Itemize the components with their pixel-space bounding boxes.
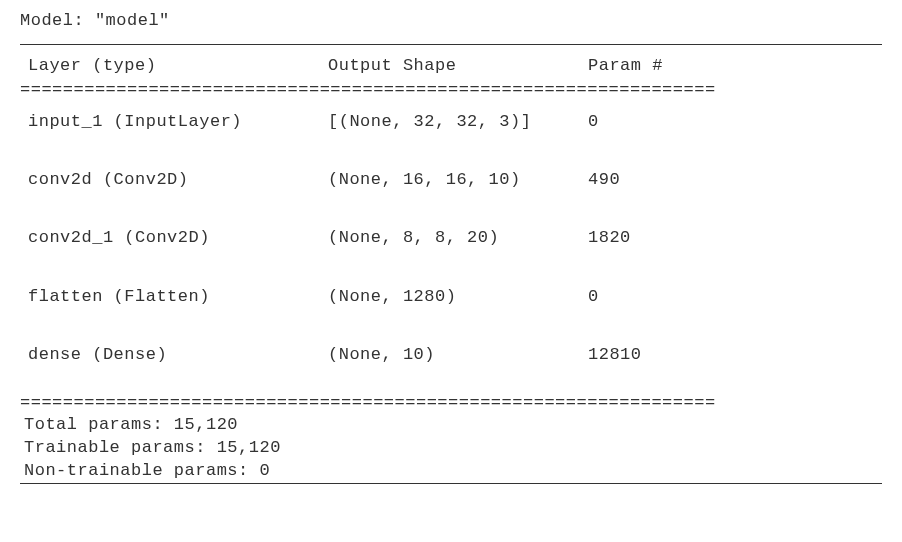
cell-layer: input_1 (InputLayer): [28, 111, 328, 133]
cell-param: 12810: [588, 344, 874, 366]
cell-output-shape: (None, 1280): [328, 286, 588, 308]
header-layer: Layer (type): [28, 55, 328, 77]
separator-double-top: ========================================…: [20, 79, 882, 101]
total-params: Total params: 15,120: [24, 414, 878, 437]
cell-param: 0: [588, 286, 874, 308]
cell-layer: conv2d_1 (Conv2D): [28, 227, 328, 249]
cell-param: 0: [588, 111, 874, 133]
table-row: conv2d (Conv2D)(None, 16, 16, 10)490: [20, 159, 882, 217]
cell-output-shape: (None, 8, 8, 20): [328, 227, 588, 249]
table-row: input_1 (InputLayer)[(None, 32, 32, 3)]0: [20, 101, 882, 159]
nontrainable-params: Non-trainable params: 0: [24, 460, 878, 483]
table-row: flatten (Flatten)(None, 1280)0: [20, 276, 882, 334]
cell-layer: conv2d (Conv2D): [28, 169, 328, 191]
header-output-shape: Output Shape: [328, 55, 588, 77]
cell-output-shape: [(None, 32, 32, 3)]: [328, 111, 588, 133]
cell-param: 490: [588, 169, 874, 191]
separator-bottom: [20, 483, 882, 484]
totals-block: Total params: 15,120 Trainable params: 1…: [20, 414, 882, 483]
trainable-params: Trainable params: 15,120: [24, 437, 878, 460]
table-row: dense (Dense)(None, 10)12810: [20, 334, 882, 392]
table-body: input_1 (InputLayer)[(None, 32, 32, 3)]0…: [20, 101, 882, 391]
separator-double-bottom: ========================================…: [20, 392, 882, 414]
model-title: Model: "model": [20, 10, 882, 32]
table-row: conv2d_1 (Conv2D)(None, 8, 8, 20)1820: [20, 217, 882, 275]
cell-output-shape: (None, 16, 16, 10): [328, 169, 588, 191]
cell-output-shape: (None, 10): [328, 344, 588, 366]
cell-layer: dense (Dense): [28, 344, 328, 366]
cell-layer: flatten (Flatten): [28, 286, 328, 308]
table-header: Layer (type) Output Shape Param #: [20, 45, 882, 79]
cell-param: 1820: [588, 227, 874, 249]
header-param: Param #: [588, 55, 874, 77]
